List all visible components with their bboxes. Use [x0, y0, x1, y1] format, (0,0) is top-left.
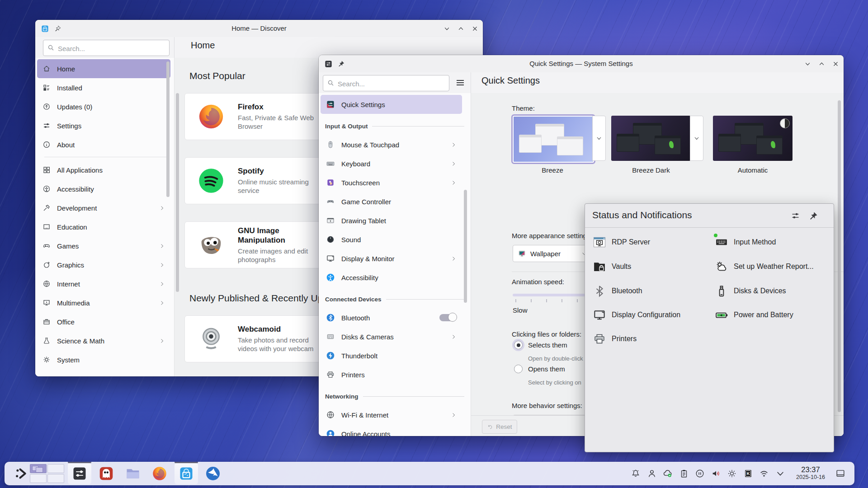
tray-user[interactable] — [647, 469, 657, 479]
sidebar-item-mouse-touchpad[interactable]: Mouse & Touchpad — [321, 135, 462, 154]
sidebar-item-thunderbolt[interactable]: Thunderbolt — [321, 346, 462, 365]
theme-tile-automatic[interactable] — [713, 116, 793, 161]
firefox-task[interactable] — [151, 465, 169, 483]
settings-search-input[interactable] — [337, 75, 446, 92]
popup-item-input-method[interactable]: Input Method — [714, 235, 776, 249]
sidebar-item-office[interactable]: Office — [37, 312, 170, 331]
theme-variant-dropdown-breeze[interactable] — [592, 116, 606, 161]
clock[interactable]: 23:37 2025-10-16 — [785, 465, 836, 481]
tray-kate[interactable] — [743, 469, 753, 479]
sidebar-item-disks-cameras[interactable]: Disks & Cameras — [321, 327, 462, 346]
sidebar-item-display-monitor[interactable]: Display & Monitor — [321, 249, 462, 268]
tray-volume[interactable] — [711, 469, 721, 479]
popup-item-bluetooth[interactable]: Bluetooth — [592, 284, 642, 298]
system-settings-task[interactable] — [71, 465, 89, 483]
popup-item-printers[interactable]: Printers — [592, 332, 637, 346]
active-indicator-dot — [714, 234, 717, 237]
sidebar-item-online-accounts[interactable]: Online Accounts — [321, 424, 462, 436]
popup-item-power-and-battery[interactable]: Power and Battery — [714, 308, 793, 322]
falkon-task[interactable] — [204, 465, 222, 483]
settings-sidebar-scrollbar[interactable] — [464, 190, 467, 303]
tray-clipboard[interactable] — [679, 469, 689, 479]
virtual-desktop-pager[interactable] — [30, 464, 64, 483]
sidebar-item-wi-fi-internet[interactable]: Wi-Fi & Internet — [321, 405, 462, 424]
sidebar-item-drawing-tablet[interactable]: Drawing Tablet — [321, 211, 462, 230]
sidebar-item-updates-0[interactable]: Updates (0) — [37, 97, 170, 116]
app-description: Online music streaming service — [238, 178, 321, 195]
popup-item-vaults[interactable]: Vaults — [592, 259, 631, 273]
app-launcher[interactable] — [12, 465, 30, 483]
configure-icon[interactable] — [791, 211, 800, 221]
pager-desktop-4[interactable] — [47, 474, 64, 483]
reset-button[interactable]: Reset — [482, 420, 517, 434]
sidebar-item-all-applications[interactable]: All Applications — [37, 160, 170, 179]
show-desktop-button[interactable] — [835, 469, 845, 479]
pager-desktop-2[interactable] — [47, 464, 64, 473]
popup-item-set-up-weather-report[interactable]: Set up Weather Report... — [714, 259, 814, 273]
tray-brightness[interactable] — [727, 469, 737, 479]
sidebar-item-touchscreen[interactable]: Touchscreen — [321, 173, 462, 192]
minimize-icon[interactable] — [804, 61, 811, 67]
discover-content-scrollbar[interactable] — [176, 93, 179, 292]
sidebar-item-quick-settings[interactable]: Quick Settings — [321, 95, 462, 114]
discover-task[interactable] — [177, 465, 195, 483]
close-icon[interactable] — [472, 25, 478, 32]
pager-desktop-3[interactable] — [30, 474, 47, 483]
radio-selects-them[interactable] — [514, 341, 523, 349]
maximize-icon[interactable] — [818, 61, 825, 67]
theme-tile-breeze[interactable] — [513, 116, 594, 163]
theme-mini-titlebar — [617, 134, 639, 136]
tray-expand-tray[interactable] — [775, 469, 785, 479]
tray-network[interactable] — [759, 469, 769, 479]
tray-cloud-sync[interactable] — [663, 469, 673, 479]
pager-desktop-1[interactable] — [30, 464, 47, 473]
sidebar-item-bluetooth[interactable]: Bluetooth — [321, 308, 462, 327]
sidebar-item-accessibility[interactable]: Accessibility — [37, 179, 170, 198]
sidebar-item-accessibility[interactable]: Accessibility — [321, 268, 462, 287]
sidebar-item-system[interactable]: System — [37, 350, 170, 369]
popup-item-disks-devices[interactable]: Disks & Devices — [714, 284, 786, 298]
close-icon[interactable] — [832, 61, 839, 67]
tray-media-pause[interactable] — [695, 469, 705, 479]
sidebar-item-keyboard[interactable]: Keyboard — [321, 154, 462, 173]
sidebar-item-home[interactable]: Home — [37, 59, 170, 78]
sidebar-item-about[interactable]: About — [37, 135, 170, 154]
divider — [585, 227, 834, 228]
slider-tick — [577, 299, 578, 302]
wallpaper-settings-button[interactable]: Wallpaper — [513, 245, 592, 262]
discover-sidebar-scrollbar[interactable] — [166, 61, 170, 197]
sidebar-item-printers[interactable]: Printers — [321, 365, 462, 384]
sidebar-item-multimedia[interactable]: Multimedia — [37, 293, 170, 312]
sidebar-item-sound[interactable]: Sound — [321, 230, 462, 249]
sidebar-item-education[interactable]: Education — [37, 217, 170, 236]
tray-notifications[interactable] — [631, 469, 641, 479]
maximize-icon[interactable] — [458, 25, 464, 32]
installed-icon — [42, 84, 51, 92]
discover-search[interactable] — [43, 40, 170, 56]
pin-icon[interactable] — [809, 211, 818, 221]
sidebar-item-games[interactable]: Games — [37, 236, 170, 255]
theme-variant-dropdown-breeze-dark[interactable] — [690, 116, 703, 161]
discover-titlebar[interactable]: Home — Discover — [35, 20, 483, 38]
menu-icon[interactable] — [455, 77, 466, 88]
settings-search[interactable] — [323, 75, 449, 91]
sidebar-item-game-controller[interactable]: Game Controller — [321, 192, 462, 211]
sidebar-item-settings[interactable]: Settings — [37, 116, 170, 135]
sidebar-item-graphics[interactable]: Graphics — [37, 255, 170, 274]
sidebar-item-internet[interactable]: Internet — [37, 274, 170, 293]
bluetooth-toggle[interactable] — [439, 314, 457, 321]
ghostwriter-task[interactable] — [97, 465, 115, 483]
sidebar-item-installed[interactable]: Installed — [37, 78, 170, 97]
radio-opens-them[interactable] — [514, 365, 523, 373]
popup-item-display-configuration[interactable]: Display Configuration — [592, 308, 680, 322]
minimize-icon[interactable] — [443, 25, 450, 32]
popup-item-rdp-server[interactable]: RDP Server — [592, 235, 650, 249]
settings-content-scrollbar[interactable] — [838, 100, 841, 412]
discover-search-input[interactable] — [57, 40, 166, 56]
sidebar-item-science-math[interactable]: Science & Math — [37, 331, 170, 350]
sidebar-item-development[interactable]: Development — [37, 198, 170, 217]
user-icon — [647, 469, 657, 479]
settings-titlebar[interactable]: Quick Settings — System Settings — [319, 55, 844, 73]
theme-tile-breeze-dark[interactable] — [611, 116, 691, 161]
dolphin-task[interactable] — [124, 465, 142, 483]
